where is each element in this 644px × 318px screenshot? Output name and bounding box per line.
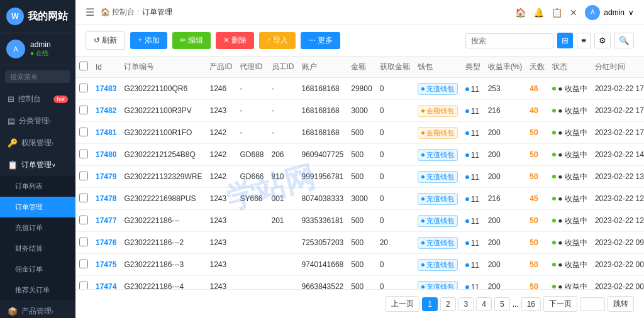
cell-product-id: 1243 [206,232,236,254]
edit-button[interactable]: ✏ 编辑 [172,32,211,49]
page-jump-button[interactable]: 跳转 [608,296,634,312]
prev-page-button[interactable]: 上一页 [386,296,419,312]
cell-agent-id [236,232,267,254]
cell-amount: 500 [347,122,375,144]
notification-icon[interactable]: 🔔 [533,8,544,18]
table-row: 17483 G2302221100QR6 1246 - - 168168168 … [75,78,644,100]
main-content: ☰ 🏠 控制台 / 订单管理 🏠 🔔 📋 ✕ A admin ∨ ↺ 刷新 + … [75,0,644,318]
cell-div-time: 2023-02-22 17:47:34 [591,100,644,122]
cell-div-time: 2023-02-22 12:19:53 [591,210,644,232]
cell-type: 11 [462,188,484,210]
row-checkbox[interactable] [79,194,88,202]
sidebar-item-order-manage[interactable]: 订单管理 [0,197,75,217]
more-button[interactable]: ⋯ 更多 [301,32,340,49]
search-input[interactable] [465,33,553,48]
row-checkbox[interactable] [79,238,88,246]
cell-div-time: 2023-02-22 00:34:30 [591,276,644,290]
grid-view-button[interactable]: ⊞ [557,33,573,48]
cell-status: ● 收益中 [548,122,591,144]
cell-product-id: 1243 [206,276,236,290]
close-icon[interactable]: ✕ [570,8,577,18]
chevron-icon2: › [52,140,53,146]
cell-amount: 500 [347,254,375,276]
table-container: 学站网 Id 订单编号 产品ID 代理ID 员工ID 账户 金额 获取金额 钱包… [75,57,644,289]
cell-id: 17477 [92,210,120,232]
sidebar-item-product[interactable]: 📦 产品管理 › [0,300,75,318]
permission-icon: 🔑 [8,138,18,148]
row-checkbox[interactable] [79,282,88,290]
row-checkbox[interactable] [79,128,88,136]
cell-div-time: 2023-02-22 14:07:33 [591,144,644,166]
cell-div-time: 2023-02-22 17:53:42 [591,78,644,100]
page-jump-input[interactable] [580,297,605,311]
sidebar-item-referral[interactable]: 推荐关订单 [0,280,75,300]
row-checkbox[interactable] [79,260,88,268]
table-row: 17482 G2302221100R3PV 1243 - - 168168168… [75,100,644,122]
sidebar-item-recharge[interactable]: 充值订单 [0,217,75,238]
add-button[interactable]: + 添加 [130,32,167,49]
cell-earn: 0 [376,100,414,122]
sidebar-label-permission: 权限管理 [21,138,52,148]
row-checkbox[interactable] [79,106,88,114]
page-1-button[interactable]: 1 [422,297,438,311]
clipboard-icon[interactable]: 📋 [552,8,562,18]
home-icon[interactable]: 🏠 [515,8,526,18]
refresh-button[interactable]: ↺ 刷新 [86,31,125,50]
cell-amount: 500 [347,166,375,188]
cell-earn: 0 [376,144,414,166]
select-all-checkbox[interactable] [79,62,88,70]
cell-rate: 200 [484,122,526,144]
cell-type: 11 [462,276,484,290]
row-checkbox[interactable] [79,150,88,158]
sidebar-item-commission[interactable]: 佣金订单 [0,259,75,280]
page-3-button[interactable]: 3 [458,297,474,311]
settings-button[interactable]: ⚙ [594,33,611,48]
cell-order-no: G2302221100QR6 [120,78,206,100]
page-16-button[interactable]: 16 [521,297,541,311]
cell-wallet: 充值钱包 [414,166,462,188]
cell-product-id: 1243 [206,188,236,210]
header-user[interactable]: A admin ∨ [585,5,634,20]
col-product-id: 产品ID [206,57,236,78]
sidebar-item-order-list[interactable]: 订单列表 [0,176,75,197]
table-row: 17475 G2302221186---3 1243 9740141668 50… [75,254,644,276]
page-5-button[interactable]: 5 [494,297,510,311]
avatar: A [6,40,25,58]
header-dropdown-icon: ∨ [628,8,634,17]
sidebar-item-dashboard[interactable]: ⊞ 控制台 hot [0,88,75,110]
cell-earn: 0 [376,78,414,100]
sidebar-search-input[interactable] [5,70,70,83]
sidebar-item-finance[interactable]: 财务结算 [0,238,75,259]
collapse-button[interactable]: ☰ [86,6,94,18]
list-view-button[interactable]: ≡ [577,33,591,48]
cell-agent-id: GD688 [236,144,267,166]
cell-div-time: 2023-02-22 12:34:39 [591,188,644,210]
breadcrumb-home[interactable]: 🏠 控制台 [101,7,135,18]
col-account: 账户 [298,57,348,78]
sidebar-search-container [0,65,75,88]
row-checkbox[interactable] [79,216,88,224]
page-2-button[interactable]: 2 [440,297,456,311]
toolbar: ↺ 刷新 + 添加 ✏ 编辑 ✕ 删除 ↑ 导入 ⋯ 更多 ⊞ ≡ ⚙ 🔍 [75,25,644,57]
import-button[interactable]: ↑ 导入 [259,32,295,49]
search-button[interactable]: 🔍 [614,33,634,48]
cell-wallet: 充值钱包 [414,210,462,232]
sidebar-label-finance: 财务结算 [15,244,43,253]
cell-days: 50 [526,210,548,232]
sidebar-item-category[interactable]: ▤ 分类管理 › [0,110,75,132]
col-status: 状态 [548,57,591,78]
category-icon: ▤ [8,116,15,126]
cell-status: ● 收益中 [548,188,591,210]
cell-order-no: G2302221186---4 [120,276,206,290]
row-checkbox[interactable] [79,84,88,92]
row-checkbox[interactable] [79,172,88,180]
delete-button[interactable]: ✕ 删除 [216,32,254,49]
next-page-button[interactable]: 下一页 [543,296,577,312]
sidebar-item-permission[interactable]: 🔑 权限管理 › [0,132,75,154]
cell-account: 9740141668 [298,254,348,276]
dashboard-icon: ⊞ [8,94,14,104]
cell-days: 50 [526,232,548,254]
sidebar-item-order[interactable]: 📋 订单管理 ∨ [0,154,75,176]
cell-status: ● 收益中 [548,210,591,232]
page-4-button[interactable]: 4 [476,297,492,311]
